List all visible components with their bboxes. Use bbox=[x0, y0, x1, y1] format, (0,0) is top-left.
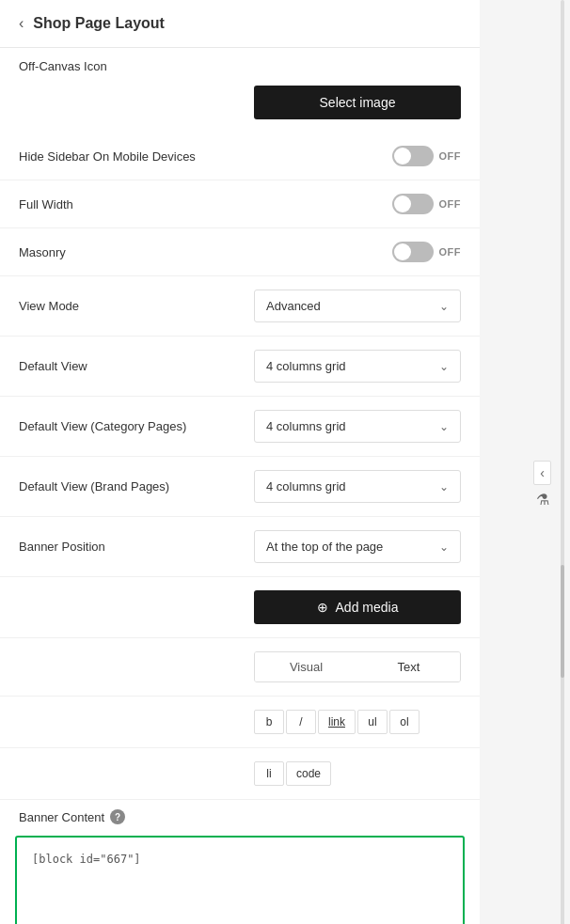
full-width-row: Full Width OFF bbox=[0, 180, 480, 228]
select-image-row: Select image bbox=[0, 80, 480, 133]
banner-position-row: Banner Position At the top of the page ⌄ bbox=[0, 517, 480, 577]
scrollbar[interactable] bbox=[561, 0, 564, 924]
editor-toolbar-row2: li code bbox=[254, 761, 461, 786]
view-mode-row: View Mode Advanced ⌄ bbox=[0, 276, 480, 337]
default-view-value: 4 columns grid bbox=[266, 359, 346, 373]
add-media-button[interactable]: ⊕ Add media bbox=[254, 590, 461, 624]
masonry-toggle[interactable] bbox=[392, 242, 434, 262]
toolbar-row-1: b / link ul ol bbox=[0, 697, 480, 748]
off-canvas-label-row: Off-Canvas Icon bbox=[0, 48, 480, 80]
masonry-row: Masonry OFF bbox=[0, 228, 480, 276]
default-view-brand-label: Default View (Brand Pages) bbox=[19, 479, 169, 493]
toolbar-code-button[interactable]: code bbox=[286, 761, 331, 786]
toolbar-li-button[interactable]: li bbox=[254, 761, 284, 786]
full-width-toggle[interactable] bbox=[392, 194, 434, 214]
toolbar-ul-button[interactable]: ul bbox=[357, 710, 388, 734]
hide-sidebar-label: Hide Sidebar On Mobile Devices bbox=[19, 149, 196, 164]
banner-position-dropdown[interactable]: At the top of the page ⌄ bbox=[254, 530, 461, 563]
default-view-brand-dropdown[interactable]: 4 columns grid ⌄ bbox=[254, 470, 461, 503]
default-view-label: Default View bbox=[19, 359, 87, 373]
full-width-toggle-label: OFF bbox=[439, 198, 462, 210]
side-chevron-icon[interactable]: ‹ bbox=[533, 461, 551, 485]
editor-tabs-row: Visual Text bbox=[0, 638, 480, 697]
add-media-row: ⊕ Add media bbox=[0, 577, 480, 638]
view-mode-dropdown[interactable]: Advanced ⌄ bbox=[254, 290, 461, 322]
full-width-toggle-container[interactable]: OFF bbox=[392, 194, 462, 214]
hide-sidebar-toggle-container[interactable]: OFF bbox=[392, 146, 462, 166]
editor-tabs: Visual Text bbox=[254, 651, 461, 682]
toolbar-row-2: li code bbox=[0, 748, 480, 800]
default-view-category-row: Default View (Category Pages) 4 columns … bbox=[0, 397, 480, 457]
toolbar-bold-button[interactable]: b bbox=[254, 710, 284, 734]
full-width-label: Full Width bbox=[19, 197, 73, 211]
banner-content-editor[interactable] bbox=[15, 836, 465, 924]
view-mode-label: View Mode bbox=[19, 299, 79, 313]
toolbar-ol-button[interactable]: ol bbox=[389, 710, 420, 734]
masonry-toggle-label: OFF bbox=[439, 246, 462, 258]
add-media-icon: ⊕ bbox=[317, 600, 328, 615]
banner-content-textarea[interactable] bbox=[24, 845, 455, 920]
masonry-label: Masonry bbox=[19, 245, 66, 259]
masonry-toggle-container[interactable]: OFF bbox=[392, 242, 462, 262]
toolbar-link-button[interactable]: link bbox=[318, 710, 356, 734]
select-image-button[interactable]: Select image bbox=[254, 86, 461, 119]
default-view-category-dropdown[interactable]: 4 columns grid ⌄ bbox=[254, 410, 461, 443]
off-canvas-label: Off-Canvas Icon bbox=[19, 59, 107, 73]
view-mode-value: Advanced bbox=[266, 299, 321, 313]
tab-text[interactable]: Text bbox=[357, 652, 460, 681]
banner-content-label: Banner Content bbox=[19, 810, 104, 824]
side-icon-area: ‹ ⚗ bbox=[533, 461, 551, 509]
banner-position-value: At the top of the page bbox=[266, 540, 383, 554]
add-media-label: Add media bbox=[336, 600, 399, 615]
default-view-brand-row: Default View (Brand Pages) 4 columns gri… bbox=[0, 457, 480, 517]
default-view-brand-arrow-icon: ⌄ bbox=[439, 480, 449, 493]
hide-sidebar-toggle[interactable] bbox=[392, 146, 434, 166]
default-view-category-arrow-icon: ⌄ bbox=[439, 420, 449, 433]
default-view-brand-value: 4 columns grid bbox=[266, 479, 346, 493]
page-title: Shop Page Layout bbox=[33, 15, 165, 32]
hide-sidebar-toggle-label: OFF bbox=[439, 150, 462, 162]
banner-position-label: Banner Position bbox=[19, 540, 105, 554]
editor-toolbar-row1: b / link ul ol bbox=[254, 710, 461, 734]
side-filter-icon[interactable]: ⚗ bbox=[536, 491, 549, 509]
right-panel: ‹ ⚗ bbox=[480, 0, 570, 924]
back-button[interactable]: ‹ bbox=[19, 15, 24, 32]
default-view-category-label: Default View (Category Pages) bbox=[19, 419, 186, 433]
banner-content-section: Banner Content ? bbox=[0, 800, 480, 924]
tab-visual[interactable]: Visual bbox=[255, 652, 357, 681]
hide-sidebar-row: Hide Sidebar On Mobile Devices OFF bbox=[0, 133, 480, 180]
banner-position-arrow-icon: ⌄ bbox=[439, 540, 449, 554]
scrollbar-thumb[interactable] bbox=[561, 565, 564, 678]
view-mode-arrow-icon: ⌄ bbox=[439, 300, 449, 313]
panel-header: ‹ Shop Page Layout bbox=[0, 0, 480, 48]
banner-content-label-row: Banner Content ? bbox=[0, 800, 480, 828]
default-view-category-value: 4 columns grid bbox=[266, 419, 346, 433]
help-icon[interactable]: ? bbox=[110, 809, 125, 824]
toolbar-italic-button[interactable]: / bbox=[286, 710, 316, 734]
default-view-dropdown[interactable]: 4 columns grid ⌄ bbox=[254, 350, 461, 383]
default-view-row: Default View 4 columns grid ⌄ bbox=[0, 337, 480, 397]
default-view-arrow-icon: ⌄ bbox=[439, 360, 449, 373]
